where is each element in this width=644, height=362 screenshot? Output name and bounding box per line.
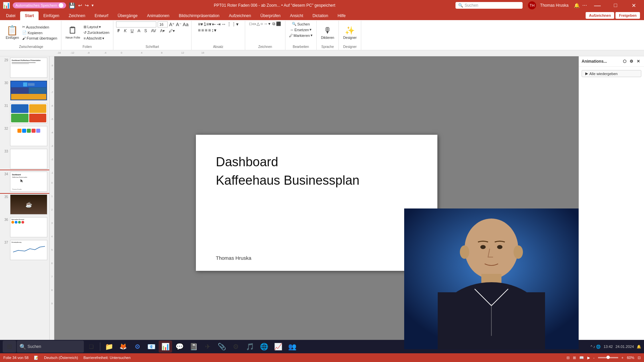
zuruecksetzen-button[interactable]: ↺ Zurücksetzen: [83, 30, 110, 35]
onenote-button[interactable]: 📓: [187, 341, 200, 353]
slide-item-33[interactable]: 33: [0, 147, 49, 170]
close-button[interactable]: ✕: [626, 0, 641, 11]
italic-btn[interactable]: K: [123, 28, 128, 34]
presenter-view-btn[interactable]: ▶: [587, 356, 590, 360]
toolbar-save[interactable]: 💾: [69, 2, 75, 9]
designer-button[interactable]: ✨ Designer: [341, 25, 358, 41]
firefox-button[interactable]: 🦊: [116, 341, 130, 353]
increase-indent-btn[interactable]: ⇥: [217, 21, 221, 27]
minimize-button[interactable]: —: [590, 0, 605, 11]
ersetzen-btn[interactable]: ↔ Ersetzen ▾: [289, 27, 313, 32]
share-icon[interactable]: 🔔: [574, 3, 580, 8]
slide-item-29[interactable]: 29 Dashboard Kaffeehaus Präsentation: [0, 56, 49, 79]
telegram-button[interactable]: ✈: [201, 341, 214, 353]
options-icon[interactable]: ⋯: [582, 3, 587, 8]
markieren-btn[interactable]: 🖊 Markieren ▾: [288, 33, 314, 38]
outlook-button[interactable]: 📧: [145, 341, 158, 353]
clear-format-btn[interactable]: Aa: [183, 22, 189, 27]
slide-item-32[interactable]: 32: [0, 125, 49, 147]
strikethrough-btn[interactable]: A: [136, 28, 142, 34]
format-uebertragen-button[interactable]: 🖌 Format übertragen: [21, 36, 58, 41]
decrease-font-btn[interactable]: A⁻: [176, 22, 181, 27]
tab-bildschirmpraesenation[interactable]: Bildschirmpräsentation: [174, 11, 224, 20]
tab-uebergaenge[interactable]: Übergänge: [113, 11, 142, 20]
start-button[interactable]: ⊞: [3, 341, 16, 353]
notifications-btn[interactable]: 🔔: [637, 345, 641, 349]
arrow-btn[interactable]: →: [264, 21, 268, 26]
slide-item-37[interactable]: 37 Umsatzplanung: [0, 239, 49, 261]
panel-settings-btn[interactable]: ⚙: [628, 58, 635, 64]
shapes-more-btn[interactable]: ▾: [268, 21, 270, 26]
toolbar-undo[interactable]: ↩: [78, 3, 82, 8]
task-view-button[interactable]: ❑: [85, 341, 98, 353]
tab-hilfe[interactable]: Hilfe: [333, 11, 350, 20]
powerpoint-button[interactable]: 📊: [159, 341, 172, 353]
zoom-out-btn[interactable]: -: [593, 356, 595, 360]
neue-folie-button[interactable]: 🗒 Neue Folie: [64, 25, 82, 40]
tab-start[interactable]: Start: [20, 11, 39, 20]
app-music-btn[interactable]: 🎵: [243, 341, 257, 353]
teams-icon-btn[interactable]: 💬: [173, 341, 186, 353]
number-list-btn[interactable]: 1≡▾: [204, 21, 211, 27]
explorer-button[interactable]: 📁: [102, 341, 116, 353]
chrome-button[interactable]: ⊙: [130, 341, 144, 353]
circle-btn[interactable]: ○: [260, 21, 263, 26]
panel-close-btn[interactable]: ✕: [635, 58, 641, 64]
align-center-btn[interactable]: ≡: [201, 27, 204, 33]
increase-font-btn[interactable]: A⁺: [169, 22, 174, 27]
ausschneiden-button[interactable]: ✂ Ausschneiden: [21, 24, 58, 29]
fit-slide-btn[interactable]: ⊡: [638, 356, 641, 360]
underline-btn[interactable]: U: [129, 28, 135, 34]
search-button[interactable]: 🔍 Suchen: [17, 341, 84, 353]
rounded-rect-btn[interactable]: ▭: [252, 21, 256, 26]
excel-button[interactable]: 📈: [271, 341, 285, 353]
zoom-level[interactable]: 60%: [627, 356, 634, 360]
play-all-button[interactable]: ▶ Alle wiedergeben: [582, 70, 641, 77]
layout-button[interactable]: ⊞ Layout ▾: [83, 24, 110, 29]
reading-view-btn[interactable]: 📖: [579, 356, 584, 360]
app-settings-btn[interactable]: ⚙: [229, 341, 243, 353]
decrease-indent-btn[interactable]: ⇤: [212, 21, 216, 27]
slide-sorter-btn[interactable]: ⊞: [573, 356, 576, 360]
shadow-btn[interactable]: S: [143, 28, 148, 34]
notes-icon[interactable]: 📝: [34, 356, 39, 360]
autosave-toggle[interactable]: Automatisches Speichern: [13, 2, 66, 8]
triangle-btn[interactable]: △: [257, 21, 260, 26]
app-browser-btn[interactable]: 🌐: [257, 341, 271, 353]
app-clip-btn[interactable]: 📎: [215, 341, 228, 353]
tab-aufzeichnen[interactable]: Aufzeichnen: [224, 11, 256, 20]
kopieren-button[interactable]: 📄 Kopieren: [21, 30, 58, 35]
justify-btn[interactable]: ≡: [208, 27, 211, 33]
quick-styles-btn[interactable]: ⬛: [276, 21, 281, 26]
tab-ueberpruefen[interactable]: Überprüfen: [256, 11, 285, 20]
teams2-button[interactable]: 👥: [285, 341, 299, 353]
aufzeichnen-button[interactable]: Aufzeichnen: [586, 12, 614, 19]
highlight-btn[interactable]: 🖊▾: [167, 28, 176, 34]
font-name-box[interactable]: [116, 21, 156, 27]
tab-entwurf[interactable]: Entwurf: [90, 11, 113, 20]
slide-item-31[interactable]: 31: [0, 102, 49, 125]
diktieren-button[interactable]: 🎙 Diktieren: [319, 25, 336, 41]
tab-animationen[interactable]: Animationen: [142, 11, 174, 20]
font-color-btn[interactable]: A▾: [159, 28, 166, 34]
tab-datei[interactable]: Datei: [1, 11, 20, 20]
language-status[interactable]: Deutsch (Österreich): [44, 356, 78, 360]
tab-dictation[interactable]: Dictation: [308, 11, 333, 20]
arrange-btn[interactable]: ⧉: [272, 21, 275, 26]
bold-btn[interactable]: F: [116, 28, 121, 34]
rtl-btn[interactable]: ↔: [221, 21, 226, 27]
abschnitt-button[interactable]: ≡ Abschnitt ▾: [83, 36, 110, 41]
tab-zeichnen[interactable]: Zeichnen: [64, 11, 90, 20]
tab-ansicht[interactable]: Ansicht: [285, 11, 308, 20]
normal-view-btn[interactable]: ⊟: [567, 356, 570, 360]
spacing-btn[interactable]: AV: [150, 28, 157, 34]
bullet-list-btn[interactable]: ≡▾: [198, 21, 203, 27]
einfuegen-button[interactable]: 📋 Einfügen: [4, 25, 20, 41]
slide-canvas[interactable]: Dashboard Kaffeehaus Businessplan Thomas…: [196, 135, 437, 271]
line-spacing-btn[interactable]: ↕▾: [212, 27, 216, 33]
toolbar-redo[interactable]: ↪: [85, 3, 89, 8]
slide-item-36[interactable]: 36 Speiseplan Konzept: [0, 216, 49, 239]
freigeben-button[interactable]: Freigeben: [615, 12, 640, 19]
tab-einfuegen[interactable]: Einfügen: [39, 11, 64, 20]
slide-item-34[interactable]: 34 Dashboard Kaffeehaus Businessplan Tho…: [0, 170, 49, 193]
